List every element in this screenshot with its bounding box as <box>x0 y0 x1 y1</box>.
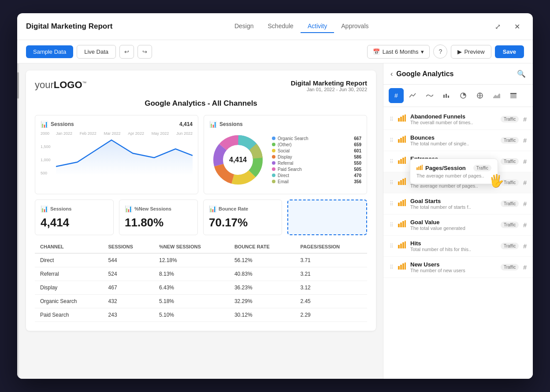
icon-tab-bar[interactable] <box>439 88 454 103</box>
drag-handle-icon: ⠿ <box>390 159 394 165</box>
line-chart-wrapper: 2000 1,500 1,000 500 <box>41 131 193 184</box>
legend-dot-other <box>272 143 275 146</box>
sessions-icon: 📊 <box>41 121 48 128</box>
sidebar-item-hits[interactable]: ⠿ Hits Total number of hits for this.. T… <box>383 236 533 257</box>
svg-rect-21 <box>400 117 402 122</box>
table-row: Referral 524 8.13% 40.83% 3.21 <box>35 267 367 281</box>
icon-tab-globe[interactable] <box>472 88 487 103</box>
cursor-icon: 🖐️ <box>489 174 504 188</box>
legend-email: Email 356 <box>272 179 361 184</box>
scroll-bar[interactable] <box>17 63 19 379</box>
legend-label-direct: Direct <box>278 173 289 178</box>
sidebar-item-abandoned-tag: Traffic <box>501 116 519 122</box>
stat-sessions: 📊 Sessions 4,414 <box>35 200 114 235</box>
svg-rect-47 <box>405 220 406 227</box>
svg-rect-54 <box>402 263 404 270</box>
sidebar-item-hits-tag: Traffic <box>501 243 519 249</box>
close-button[interactable]: ✕ <box>510 19 524 33</box>
share-button[interactable]: ⤢ <box>491 19 505 33</box>
drag-handle-icon: ⠿ <box>390 137 394 144</box>
svg-rect-46 <box>402 221 404 227</box>
table-header-row: CHANNEL SESSIONS %NEW SESSIONS BOUNCE RA… <box>35 240 367 253</box>
sidebar-item-new-users[interactable]: ⠿ New Users The number of new users Traf… <box>383 257 533 278</box>
chart-icon-abandoned <box>398 115 406 124</box>
svg-rect-12 <box>448 96 449 98</box>
legend-dot-display <box>272 155 275 159</box>
sidebar-search-button[interactable]: 🔍 <box>517 70 526 78</box>
live-data-button[interactable]: Live Data <box>77 45 116 59</box>
legend-dot-referral <box>272 161 275 165</box>
icon-tab-pie[interactable] <box>456 88 471 103</box>
svg-rect-11 <box>446 94 447 98</box>
stat-new-sessions-value: 11.80% <box>125 216 192 229</box>
tooltip-desc: The average number of pages.. <box>416 173 491 178</box>
sidebar-item-goal-starts-tag: Traffic <box>501 200 519 207</box>
sidebar-item-goal-value-content: Goal Value The total value generated <box>410 219 496 231</box>
toolbar: Sample Data Live Data ↩ ↪ 📅 Last 6 Month… <box>17 40 533 63</box>
drag-handle-icon: ⠿ <box>390 243 394 249</box>
icon-tab-area[interactable] <box>489 88 504 103</box>
preview-button[interactable]: ▶ Preview <box>451 45 491 59</box>
icon-tab-hash[interactable]: # <box>389 88 404 103</box>
sidebar-item-new-users-desc: The number of new users <box>410 268 496 273</box>
sidebar-item-goal-starts-desc: The total number of starts f.. <box>410 204 496 210</box>
svg-rect-16 <box>510 93 517 94</box>
sidebar-item-goal-starts[interactable]: ⠿ Goal Starts The total number of starts… <box>383 193 533 214</box>
cell-pages-paid: 2.29 <box>295 308 367 322</box>
nav-approvals[interactable]: Approvals <box>334 20 375 33</box>
cell-pages-display: 3.12 <box>295 281 367 295</box>
icon-tab-table[interactable] <box>506 88 521 103</box>
svg-rect-22 <box>402 115 404 122</box>
icon-tab-wave[interactable] <box>422 88 437 103</box>
sidebar-title: Google Analytics <box>396 70 513 78</box>
svg-rect-38 <box>420 166 421 170</box>
cell-channel-organic: Organic Search <box>35 295 103 308</box>
legend-val-referral: 550 <box>354 161 361 166</box>
sidebar-item-hits-hash: # <box>523 243 527 250</box>
table-head: CHANNEL SESSIONS %NEW SESSIONS BOUNCE RA… <box>35 240 367 253</box>
sidebar-item-pages-session[interactable]: ⠿ Pages/Session The average number of pa… <box>383 172 533 193</box>
nav-design[interactable]: Design <box>227 20 261 33</box>
nav-schedule[interactable]: Schedule <box>261 20 301 33</box>
svg-rect-20 <box>398 118 400 122</box>
date-range-button[interactable]: 📅 Last 6 Months ▾ <box>367 45 430 59</box>
save-button[interactable]: Save <box>495 45 524 58</box>
sidebar-item-bounces-hash: # <box>523 137 527 144</box>
sidebar-item-bounces[interactable]: ⠿ Bounces The total number of single.. T… <box>383 130 533 151</box>
help-button[interactable]: ? <box>433 44 447 59</box>
chart-icon-goal-value <box>398 220 406 229</box>
svg-rect-27 <box>405 136 406 143</box>
icon-tab-line[interactable] <box>405 88 420 103</box>
legend-label-display: Display <box>278 155 292 159</box>
cell-channel-display: Display <box>35 281 103 295</box>
sidebar-item-pages-hash: # <box>523 179 527 186</box>
nav-activity[interactable]: Activity <box>301 20 334 33</box>
cell-pages-referral: 3.21 <box>295 267 367 281</box>
logo-text: your <box>35 79 54 90</box>
svg-rect-24 <box>398 139 400 143</box>
sidebar-item-new-users-content: New Users The number of new users <box>410 261 496 273</box>
drag-handle-icon: ⠿ <box>390 264 394 270</box>
svg-rect-44 <box>398 224 400 227</box>
tooltip-chart-icon <box>416 164 423 171</box>
cell-new-sessions-direct: 12.18% <box>154 253 229 267</box>
stat-bounce-label: Bounce Rate <box>219 206 248 211</box>
svg-rect-49 <box>400 244 402 248</box>
sidebar-item-bounces-name: Bounces <box>410 134 496 141</box>
stat-sessions-value: 4,414 <box>41 216 108 229</box>
sidebar-item-goal-value-name: Goal Value <box>410 219 496 226</box>
sample-data-button[interactable]: Sample Data <box>26 45 73 58</box>
svg-rect-50 <box>402 242 404 248</box>
sidebar-item-goal-value-desc: The total value generated <box>410 226 496 231</box>
svg-rect-42 <box>402 200 404 206</box>
svg-rect-43 <box>405 199 406 206</box>
title-actions: ⤢ ✕ <box>491 19 524 33</box>
sidebar-item-abandoned-funnels[interactable]: ⠿ Abandoned Funnels The overall number o… <box>383 109 533 130</box>
sidebar-item-hits-content: Hits Total number of hits for this.. <box>410 240 496 252</box>
redo-button[interactable]: ↪ <box>138 45 152 59</box>
logo-bold: LOGO <box>54 79 82 90</box>
sidebar-item-abandoned-hash: # <box>523 116 527 123</box>
sidebar-item-goal-value[interactable]: ⠿ Goal Value The total value generated T… <box>383 214 533 236</box>
sidebar-back-button[interactable]: ‹ <box>390 70 393 78</box>
undo-button[interactable]: ↩ <box>119 45 134 59</box>
